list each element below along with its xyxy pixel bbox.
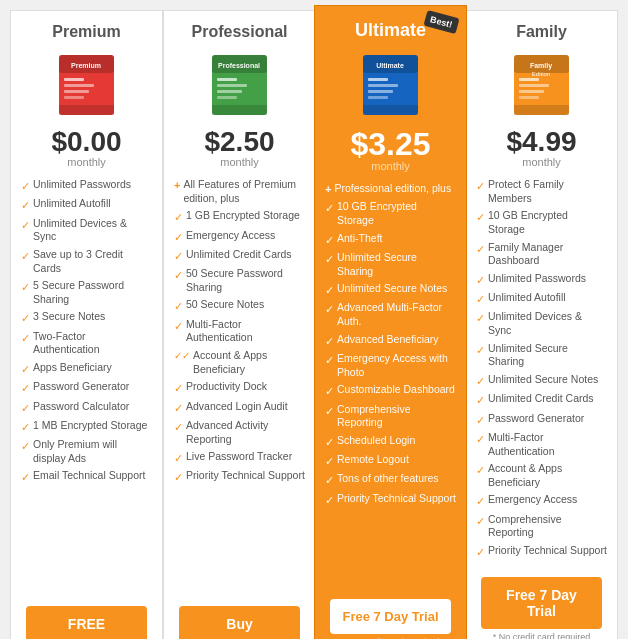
plan-features-professional: +All Features of Premium edition, plus✓1… xyxy=(172,176,307,590)
feature-text: Unlimited Passwords xyxy=(488,272,586,286)
plan-cta-button-family[interactable]: Free 7 Day Trial xyxy=(481,577,603,629)
feature-item: ✓Customizable Dashboard xyxy=(325,381,456,400)
feature-text: Unlimited Secure Sharing xyxy=(488,342,607,369)
check-icon: ✓ xyxy=(174,299,183,313)
feature-item: ✓Unlimited Passwords xyxy=(21,176,152,195)
feature-item: ✓1 MB Encrypted Storage xyxy=(21,417,152,436)
check-icon: ✓ xyxy=(21,218,30,232)
check-icon: ✓ xyxy=(476,494,485,508)
feature-item: ✓Advanced Login Audit xyxy=(174,398,305,417)
svg-rect-26 xyxy=(519,78,539,81)
plan-cta-area-ultimate: Free 7 Day Trial* No credit card require… xyxy=(323,593,458,639)
check-icon: ✓ xyxy=(476,545,485,559)
check-icon: ✓ xyxy=(476,374,485,388)
svg-rect-11 xyxy=(217,84,247,87)
check-icon: ✓ xyxy=(476,463,485,477)
plan-price-professional: $2.50 xyxy=(204,128,274,156)
svg-rect-21 xyxy=(368,96,388,99)
feature-text: Unlimited Credit Cards xyxy=(186,248,292,262)
check-icon: ✓ xyxy=(476,413,485,427)
feature-text: Professional edition, plus xyxy=(334,182,451,196)
feature-item: ✓Unlimited Secure Sharing xyxy=(325,249,456,280)
feature-text: Password Calculator xyxy=(33,400,129,414)
check-icon: ✓ xyxy=(325,384,334,398)
feature-item: ✓Unlimited Credit Cards xyxy=(476,390,607,409)
feature-item: ✓Remote Logout xyxy=(325,451,456,470)
check-icon: ✓ xyxy=(476,343,485,357)
plus-icon: + xyxy=(174,178,180,192)
feature-item: ✓Advanced Beneficiary xyxy=(325,331,456,350)
feature-item: ✓Scheduled Login xyxy=(325,432,456,451)
check-icon: ✓ xyxy=(476,292,485,306)
feature-item: ✓Family Manager Dashboard xyxy=(476,239,607,270)
feature-text: Scheduled Login xyxy=(337,434,415,448)
plan-price-ultimate: $3.25 xyxy=(350,128,430,160)
check-icon: ✓ xyxy=(174,451,183,465)
plan-cta-button-professional[interactable]: Buy xyxy=(179,606,301,639)
plan-features-premium: ✓Unlimited Passwords✓Unlimited Autofill✓… xyxy=(19,176,154,590)
check-icon: ✓ xyxy=(174,319,183,333)
svg-text:Edition: Edition xyxy=(532,71,550,77)
svg-rect-4 xyxy=(64,90,89,93)
feature-text: Remote Logout xyxy=(337,453,409,467)
feature-item: ✓Priority Technical Support xyxy=(325,490,456,509)
check-icon: ✓ xyxy=(174,230,183,244)
feature-item: ✓Account & Apps Beneficiary xyxy=(476,460,607,491)
feature-item: ✓Emergency Access xyxy=(174,227,305,246)
feature-item: ✓5 Secure Password Sharing xyxy=(21,277,152,308)
feature-text: Live Password Tracker xyxy=(186,450,292,464)
plan-family: Family Family Edition $4.99monthly✓Prote… xyxy=(465,10,618,639)
feature-item: ✓Unlimited Passwords xyxy=(476,270,607,289)
feature-item: ✓10 GB Encrypted Storage xyxy=(476,207,607,238)
check-icon: ✓ xyxy=(476,432,485,446)
feature-item: ✓Apps Beneficiary xyxy=(21,359,152,378)
check-icon: ✓ xyxy=(325,334,334,348)
plan-price-premium: $0.00 xyxy=(51,128,121,156)
feature-text: Email Technical Support xyxy=(33,469,145,483)
plan-image-family: Family Edition xyxy=(507,47,577,122)
feature-item: ✓Emergency Access with Photo xyxy=(325,350,456,381)
plus-icon: + xyxy=(325,182,331,196)
check-icon: ✓ xyxy=(476,242,485,256)
feature-text: Unlimited Secure Sharing xyxy=(337,251,456,278)
feature-item: ✓Multi-Factor Authentication xyxy=(174,316,305,347)
svg-rect-23 xyxy=(363,105,418,115)
feature-text: Apps Beneficiary xyxy=(33,361,112,375)
plan-price-family: $4.99 xyxy=(506,128,576,156)
check-icon: ✓ xyxy=(325,473,334,487)
feature-text: Anti-Theft xyxy=(337,232,383,246)
feature-text: 5 Secure Password Sharing xyxy=(33,279,152,306)
plan-cta-button-premium[interactable]: FREE xyxy=(26,606,148,639)
check-icon: ✓ xyxy=(325,454,334,468)
plan-cta-area-family: Free 7 Day Trial* No credit card require… xyxy=(474,571,609,639)
feature-text: Unlimited Passwords xyxy=(33,178,131,192)
plan-image-ultimate: Ultimate xyxy=(356,47,426,122)
feature-item: ✓10 GB Encrypted Storage xyxy=(325,198,456,229)
plan-professional: Professional Professional $2.50monthly+A… xyxy=(163,10,316,639)
plan-period-ultimate: monthly xyxy=(371,160,410,172)
feature-text: Comprehensive Reporting xyxy=(488,513,607,540)
feature-text: Advanced Beneficiary xyxy=(337,333,439,347)
feature-text: Password Generator xyxy=(488,412,584,426)
check-icon: ✓ xyxy=(476,273,485,287)
feature-item: +All Features of Premium edition, plus xyxy=(174,176,305,207)
check-icon: ✓ xyxy=(325,201,334,215)
plan-cta-button-ultimate[interactable]: Free 7 Day Trial xyxy=(330,599,452,634)
feature-item: ✓Unlimited Secure Notes xyxy=(476,371,607,390)
feature-item: ✓Two-Factor Authentication xyxy=(21,328,152,359)
feature-item: ✓Email Technical Support xyxy=(21,467,152,486)
check-icon: ✓ xyxy=(174,210,183,224)
feature-item: ✓Emergency Access xyxy=(476,491,607,510)
plan-features-family: ✓Protect 6 Family Members✓10 GB Encrypte… xyxy=(474,176,609,561)
feature-item: ✓Password Generator xyxy=(476,410,607,429)
check-icon: ✓ xyxy=(174,249,183,263)
feature-item: ✓Only Premium will display Ads xyxy=(21,436,152,467)
svg-rect-27 xyxy=(519,84,549,87)
svg-rect-13 xyxy=(217,96,237,99)
check-icon: ✓ xyxy=(476,179,485,193)
check-icon: ✓ xyxy=(21,420,30,434)
check-icon: ✓ xyxy=(21,331,30,345)
feature-text: Advanced Activity Reporting xyxy=(186,419,305,446)
check-icon: ✓ xyxy=(21,470,30,484)
svg-rect-7 xyxy=(59,105,114,115)
